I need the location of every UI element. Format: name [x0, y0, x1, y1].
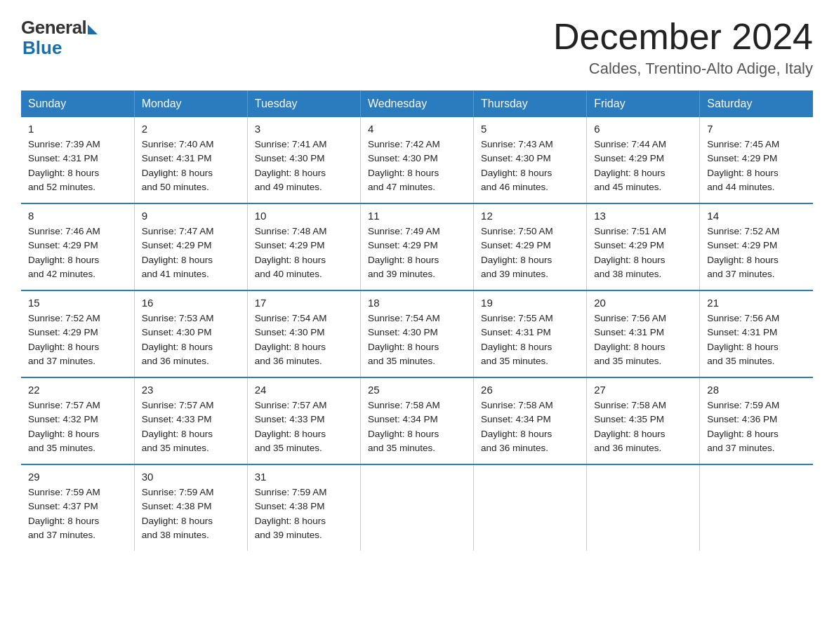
- calendar-week-row: 29Sunrise: 7:59 AMSunset: 4:37 PMDayligh…: [21, 464, 813, 551]
- day-number: 10: [255, 210, 353, 222]
- day-number: 12: [481, 210, 579, 222]
- table-row: [474, 464, 587, 551]
- table-row: 6Sunrise: 7:44 AMSunset: 4:29 PMDaylight…: [587, 117, 700, 203]
- table-row: 3Sunrise: 7:41 AMSunset: 4:30 PMDaylight…: [247, 117, 360, 203]
- day-number: 21: [707, 297, 806, 309]
- day-info: Sunrise: 7:58 AMSunset: 4:34 PMDaylight:…: [368, 398, 466, 455]
- month-title: December 2024: [553, 17, 813, 57]
- calendar-week-row: 1Sunrise: 7:39 AMSunset: 4:31 PMDaylight…: [21, 117, 813, 203]
- logo: General Blue: [21, 17, 98, 59]
- day-info: Sunrise: 7:57 AMSunset: 4:32 PMDaylight:…: [28, 398, 127, 455]
- day-number: 11: [368, 210, 466, 222]
- table-row: 23Sunrise: 7:57 AMSunset: 4:33 PMDayligh…: [134, 377, 247, 464]
- day-number: 19: [481, 297, 579, 309]
- table-row: 2Sunrise: 7:40 AMSunset: 4:31 PMDaylight…: [134, 117, 247, 203]
- day-info: Sunrise: 7:57 AMSunset: 4:33 PMDaylight:…: [255, 398, 353, 455]
- table-row: 29Sunrise: 7:59 AMSunset: 4:37 PMDayligh…: [21, 464, 134, 551]
- table-row: 17Sunrise: 7:54 AMSunset: 4:30 PMDayligh…: [247, 290, 360, 377]
- table-row: 26Sunrise: 7:58 AMSunset: 4:34 PMDayligh…: [474, 377, 587, 464]
- header-tuesday: Tuesday: [247, 90, 360, 117]
- day-info: Sunrise: 7:59 AMSunset: 4:38 PMDaylight:…: [142, 485, 240, 542]
- table-row: 11Sunrise: 7:49 AMSunset: 4:29 PMDayligh…: [360, 203, 473, 290]
- day-number: 23: [142, 384, 240, 396]
- title-section: December 2024 Caldes, Trentino-Alto Adig…: [553, 17, 813, 78]
- day-number: 15: [28, 297, 127, 309]
- table-row: 24Sunrise: 7:57 AMSunset: 4:33 PMDayligh…: [247, 377, 360, 464]
- table-row: 19Sunrise: 7:55 AMSunset: 4:31 PMDayligh…: [474, 290, 587, 377]
- day-number: 8: [28, 210, 127, 222]
- day-info: Sunrise: 7:59 AMSunset: 4:38 PMDaylight:…: [255, 485, 353, 542]
- day-number: 24: [255, 384, 353, 396]
- table-row: 16Sunrise: 7:53 AMSunset: 4:30 PMDayligh…: [134, 290, 247, 377]
- day-info: Sunrise: 7:56 AMSunset: 4:31 PMDaylight:…: [594, 311, 692, 368]
- day-number: 30: [142, 471, 240, 483]
- day-number: 20: [594, 297, 692, 309]
- day-number: 29: [28, 471, 127, 483]
- day-number: 1: [28, 123, 127, 135]
- day-info: Sunrise: 7:55 AMSunset: 4:31 PMDaylight:…: [481, 311, 579, 368]
- day-number: 9: [142, 210, 240, 222]
- table-row: 22Sunrise: 7:57 AMSunset: 4:32 PMDayligh…: [21, 377, 134, 464]
- table-row: 13Sunrise: 7:51 AMSunset: 4:29 PMDayligh…: [587, 203, 700, 290]
- day-number: 7: [707, 123, 806, 135]
- table-row: 4Sunrise: 7:42 AMSunset: 4:30 PMDaylight…: [360, 117, 473, 203]
- table-row: 5Sunrise: 7:43 AMSunset: 4:30 PMDaylight…: [474, 117, 587, 203]
- calendar-week-row: 22Sunrise: 7:57 AMSunset: 4:32 PMDayligh…: [21, 377, 813, 464]
- day-number: 2: [142, 123, 240, 135]
- location: Caldes, Trentino-Alto Adige, Italy: [553, 60, 813, 78]
- day-info: Sunrise: 7:45 AMSunset: 4:29 PMDaylight:…: [707, 137, 806, 194]
- day-number: 5: [481, 123, 579, 135]
- day-info: Sunrise: 7:39 AMSunset: 4:31 PMDaylight:…: [28, 137, 127, 194]
- day-number: 13: [594, 210, 692, 222]
- header-friday: Friday: [587, 90, 700, 117]
- day-number: 22: [28, 384, 127, 396]
- day-info: Sunrise: 7:46 AMSunset: 4:29 PMDaylight:…: [28, 224, 127, 281]
- table-row: 25Sunrise: 7:58 AMSunset: 4:34 PMDayligh…: [360, 377, 473, 464]
- day-number: 27: [594, 384, 692, 396]
- day-number: 26: [481, 384, 579, 396]
- day-number: 18: [368, 297, 466, 309]
- day-info: Sunrise: 7:57 AMSunset: 4:33 PMDaylight:…: [142, 398, 240, 455]
- logo-blue-text: Blue: [22, 37, 62, 59]
- day-info: Sunrise: 7:54 AMSunset: 4:30 PMDaylight:…: [255, 311, 353, 368]
- table-row: 30Sunrise: 7:59 AMSunset: 4:38 PMDayligh…: [134, 464, 247, 551]
- table-row: 31Sunrise: 7:59 AMSunset: 4:38 PMDayligh…: [247, 464, 360, 551]
- logo-general-text: General: [21, 17, 86, 39]
- table-row: 21Sunrise: 7:56 AMSunset: 4:31 PMDayligh…: [700, 290, 813, 377]
- day-info: Sunrise: 7:44 AMSunset: 4:29 PMDaylight:…: [594, 137, 692, 194]
- day-number: 16: [142, 297, 240, 309]
- day-info: Sunrise: 7:53 AMSunset: 4:30 PMDaylight:…: [142, 311, 240, 368]
- day-info: Sunrise: 7:52 AMSunset: 4:29 PMDaylight:…: [28, 311, 127, 368]
- day-info: Sunrise: 7:58 AMSunset: 4:35 PMDaylight:…: [594, 398, 692, 455]
- day-info: Sunrise: 7:58 AMSunset: 4:34 PMDaylight:…: [481, 398, 579, 455]
- table-row: 12Sunrise: 7:50 AMSunset: 4:29 PMDayligh…: [474, 203, 587, 290]
- day-info: Sunrise: 7:59 AMSunset: 4:36 PMDaylight:…: [707, 398, 806, 455]
- day-number: 3: [255, 123, 353, 135]
- day-info: Sunrise: 7:42 AMSunset: 4:30 PMDaylight:…: [368, 137, 466, 194]
- calendar-header-row: Sunday Monday Tuesday Wednesday Thursday…: [21, 90, 813, 117]
- table-row: 1Sunrise: 7:39 AMSunset: 4:31 PMDaylight…: [21, 117, 134, 203]
- day-number: 14: [707, 210, 806, 222]
- page-header: General Blue December 2024 Caldes, Trent…: [21, 17, 813, 78]
- day-info: Sunrise: 7:50 AMSunset: 4:29 PMDaylight:…: [481, 224, 579, 281]
- table-row: [587, 464, 700, 551]
- day-info: Sunrise: 7:41 AMSunset: 4:30 PMDaylight:…: [255, 137, 353, 194]
- table-row: 10Sunrise: 7:48 AMSunset: 4:29 PMDayligh…: [247, 203, 360, 290]
- logo-arrow-icon: [88, 25, 98, 34]
- day-number: 31: [255, 471, 353, 483]
- table-row: 9Sunrise: 7:47 AMSunset: 4:29 PMDaylight…: [134, 203, 247, 290]
- header-thursday: Thursday: [474, 90, 587, 117]
- day-number: 6: [594, 123, 692, 135]
- day-info: Sunrise: 7:59 AMSunset: 4:37 PMDaylight:…: [28, 485, 127, 542]
- table-row: 28Sunrise: 7:59 AMSunset: 4:36 PMDayligh…: [700, 377, 813, 464]
- header-wednesday: Wednesday: [360, 90, 473, 117]
- header-saturday: Saturday: [700, 90, 813, 117]
- day-info: Sunrise: 7:51 AMSunset: 4:29 PMDaylight:…: [594, 224, 692, 281]
- header-sunday: Sunday: [21, 90, 134, 117]
- calendar-week-row: 8Sunrise: 7:46 AMSunset: 4:29 PMDaylight…: [21, 203, 813, 290]
- day-info: Sunrise: 7:43 AMSunset: 4:30 PMDaylight:…: [481, 137, 579, 194]
- day-info: Sunrise: 7:48 AMSunset: 4:29 PMDaylight:…: [255, 224, 353, 281]
- header-monday: Monday: [134, 90, 247, 117]
- day-info: Sunrise: 7:54 AMSunset: 4:30 PMDaylight:…: [368, 311, 466, 368]
- day-number: 28: [707, 384, 806, 396]
